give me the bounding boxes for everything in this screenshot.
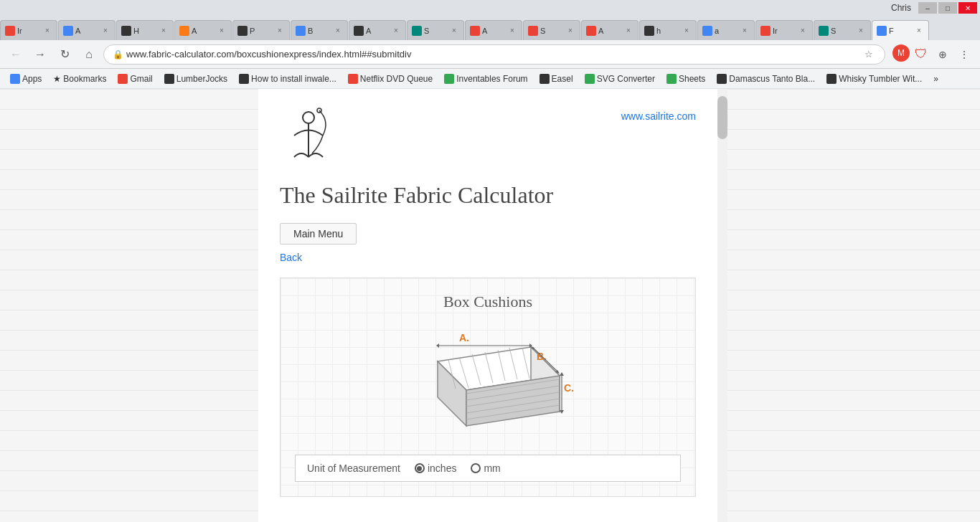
cushion-diagram: A. B. C.	[295, 326, 681, 440]
tab-bar: Ir × A × H × A × P × B × A × S × A ×	[0, 16, 980, 40]
inches-radio-dot	[415, 463, 425, 473]
tab-favicon-15	[819, 26, 829, 36]
tab-15[interactable]: S ×	[814, 20, 871, 40]
cushion-svg: A. B. C.	[387, 326, 588, 440]
extension-icon-3[interactable]: ⊕	[933, 44, 953, 65]
tab-favicon-12	[644, 26, 654, 36]
bookmark-inwale[interactable]: How to install inwale...	[235, 72, 341, 85]
tab-close-8[interactable]: ×	[449, 26, 459, 36]
more-bookmarks-label: »	[933, 74, 938, 84]
scrollbar-thumb[interactable]	[717, 96, 727, 139]
tab-13[interactable]: a ×	[697, 20, 755, 40]
calc-section: Box Cushions	[280, 277, 696, 497]
right-margin	[727, 89, 980, 522]
tab-9[interactable]: A ×	[465, 20, 522, 40]
tab-2[interactable]: A ×	[58, 20, 116, 40]
extension-icon-1[interactable]: M	[892, 44, 910, 62]
tab-close-13[interactable]: ×	[740, 26, 750, 36]
svg-marker-30	[560, 410, 564, 414]
inwale-icon	[239, 74, 249, 84]
tab-close-5[interactable]: ×	[275, 26, 285, 36]
tab-1[interactable]: Ir ×	[0, 20, 57, 40]
bookmark-apps[interactable]: Apps	[6, 72, 46, 85]
address-icons: ☆	[862, 47, 876, 62]
main-menu-button[interactable]: Main Menu	[280, 223, 357, 245]
tab-favicon-9	[470, 26, 480, 36]
tab-label-6: B	[308, 27, 313, 35]
easel-icon	[540, 74, 550, 84]
tab-close-4[interactable]: ×	[217, 26, 227, 36]
tab-close-1[interactable]: ×	[42, 26, 52, 36]
tab-8[interactable]: S ×	[407, 20, 464, 40]
svg-marker-29	[560, 372, 564, 376]
tab-favicon-7	[354, 26, 364, 36]
bookmark-easel[interactable]: Easel	[535, 72, 578, 85]
forward-nav-button[interactable]: →	[30, 44, 50, 65]
tab-16-active[interactable]: F ×	[872, 20, 929, 40]
tab-close-3[interactable]: ×	[159, 26, 169, 36]
minimize-button[interactable]: –	[918, 2, 937, 14]
home-button[interactable]: ⌂	[79, 44, 99, 65]
star-icon[interactable]: ☆	[862, 47, 876, 62]
scrollbar[interactable]	[717, 89, 727, 522]
title-bar: Chris – □ ✕	[0, 0, 980, 16]
extension-icon-2[interactable]: 🛡	[911, 44, 931, 65]
tab-favicon-2	[63, 26, 73, 36]
site-url-link[interactable]: www.sailrite.com	[621, 103, 696, 122]
bookmark-bookmarks[interactable]: ★ Bookmarks	[49, 72, 110, 85]
settings-icon[interactable]: ⋮	[954, 44, 974, 65]
tab-favicon-5	[237, 26, 248, 36]
tab-7[interactable]: A ×	[349, 20, 406, 40]
inventables-icon	[444, 74, 454, 84]
tab-close-10[interactable]: ×	[565, 26, 575, 36]
whisky-icon	[826, 74, 837, 84]
bookmark-inventables[interactable]: Inventables Forum	[440, 72, 532, 85]
tab-close-15[interactable]: ×	[856, 26, 866, 36]
tab-11[interactable]: A ×	[581, 20, 639, 40]
tab-close-2[interactable]: ×	[100, 26, 110, 36]
bookmark-netflix[interactable]: Netflix DVD Queue	[344, 72, 437, 85]
unit-radio-group: inches mm	[415, 462, 501, 474]
bookmarks-bar: Apps ★ Bookmarks Gmail LumberJocks How t…	[0, 69, 980, 89]
close-button[interactable]: ✕	[958, 2, 977, 14]
tab-4[interactable]: A ×	[174, 20, 232, 40]
tab-favicon-8	[412, 26, 422, 36]
window-controls: – □ ✕	[918, 2, 977, 14]
bookmark-whisky[interactable]: Whisky Tumbler Wit...	[822, 72, 926, 85]
tab-3[interactable]: H ×	[116, 20, 174, 40]
bookmark-svg-converter[interactable]: SVG Converter	[580, 72, 659, 85]
back-link[interactable]: Back	[280, 252, 696, 263]
tab-favicon-13	[702, 26, 712, 36]
tab-14[interactable]: Ir ×	[755, 20, 813, 40]
mm-radio[interactable]: mm	[471, 462, 500, 474]
tab-close-7[interactable]: ×	[391, 26, 401, 36]
tab-close-6[interactable]: ×	[333, 26, 343, 36]
tab-6[interactable]: B ×	[291, 20, 348, 40]
tab-5[interactable]: P ×	[232, 20, 290, 40]
bookmarks-label: Bookmarks	[63, 74, 106, 84]
tab-10[interactable]: S ×	[523, 20, 580, 40]
page-content: www.sailrite.com The Sailrite Fabric Cal…	[0, 89, 980, 522]
tab-12[interactable]: h ×	[639, 20, 697, 40]
svg-marker-21	[436, 343, 439, 348]
tab-close-12[interactable]: ×	[682, 26, 692, 36]
bookmark-lumberjocks[interactable]: LumberJocks	[160, 72, 232, 85]
maximize-button[interactable]: □	[938, 2, 957, 14]
tab-close-14[interactable]: ×	[798, 26, 808, 36]
tab-label-12: h	[656, 27, 661, 35]
tab-favicon-11	[586, 26, 596, 36]
tab-close-11[interactable]: ×	[623, 26, 633, 36]
tab-close-9[interactable]: ×	[507, 26, 517, 36]
bookmark-gmail[interactable]: Gmail	[113, 72, 156, 85]
bookmark-more[interactable]: »	[929, 72, 943, 85]
address-bar[interactable]: 🔒 www.fabric-calculator.com/boxcushionex…	[103, 44, 885, 65]
tab-close-16[interactable]: ×	[914, 26, 924, 36]
bookmark-damascus[interactable]: Damascus Tanto Bla...	[712, 72, 819, 85]
left-margin	[0, 89, 258, 522]
bookmark-sheets[interactable]: Sheets	[662, 72, 710, 85]
inventables-label: Inventables Forum	[456, 74, 527, 84]
unit-section: Unit of Measurement inches mm	[295, 455, 681, 482]
inches-radio[interactable]: inches	[415, 462, 456, 474]
back-nav-button[interactable]: ←	[6, 44, 26, 65]
reload-button[interactable]: ↻	[55, 44, 75, 65]
